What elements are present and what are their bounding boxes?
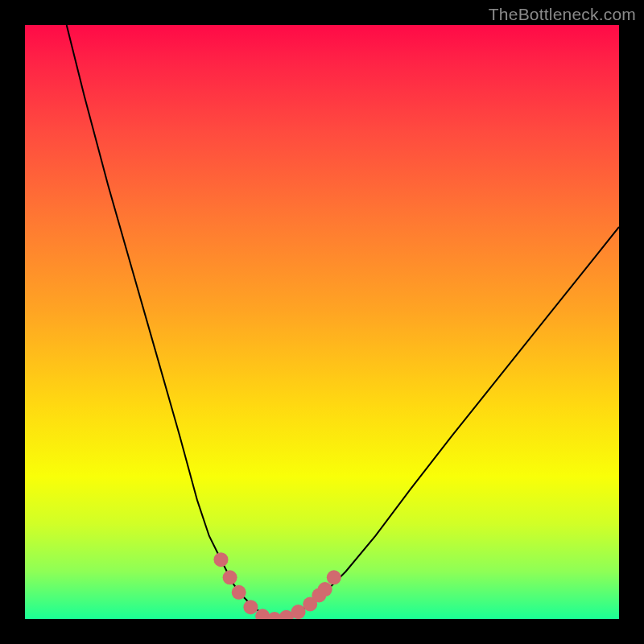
marker-point	[318, 582, 332, 597]
plot-area	[25, 25, 619, 619]
chart-svg	[25, 25, 619, 619]
marker-point	[214, 552, 229, 567]
marker-point	[223, 570, 237, 584]
marker-point	[291, 605, 306, 619]
left-curve	[67, 25, 278, 619]
chart-frame: TheBottleneck.com	[0, 0, 644, 644]
marker-group	[214, 552, 341, 619]
marker-point	[232, 585, 246, 600]
watermark-text: TheBottleneck.com	[489, 5, 636, 24]
marker-point	[243, 600, 258, 614]
right-curve	[278, 227, 619, 619]
marker-point	[327, 570, 341, 584]
